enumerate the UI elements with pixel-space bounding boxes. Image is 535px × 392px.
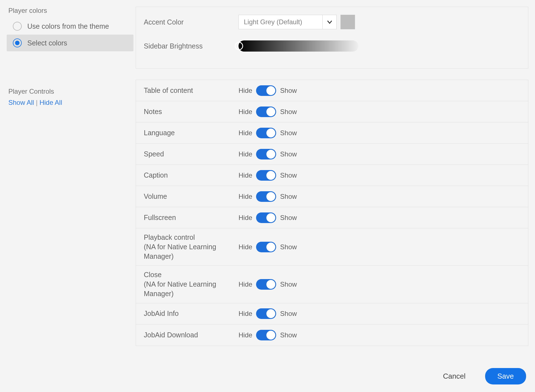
control-label: Speed xyxy=(144,149,239,159)
radio-icon xyxy=(13,22,22,31)
toggle-hide-label: Hide xyxy=(239,87,252,95)
toggle-show-label: Show xyxy=(280,214,297,222)
show-all-link[interactable]: Show All xyxy=(8,99,34,106)
accent-color-dropdown[interactable]: Light Grey (Default) xyxy=(239,15,337,29)
sidebar-brightness-row: Sidebar Brightness xyxy=(144,40,520,52)
toggle-speed[interactable] xyxy=(256,149,276,159)
toggle-hide-label: Hide xyxy=(239,171,252,179)
toggle-knob xyxy=(266,171,275,180)
toggle-notes[interactable] xyxy=(256,107,276,117)
toggle-jobaid-download[interactable] xyxy=(256,330,276,340)
control-row-notes: Notes Hide Show xyxy=(136,101,528,122)
control-label: Table of content xyxy=(144,86,239,95)
control-row-volume: Volume Hide Show xyxy=(136,186,528,207)
hide-all-link[interactable]: Hide All xyxy=(40,99,62,106)
brightness-slider[interactable] xyxy=(239,40,358,52)
toggle-show-label: Show xyxy=(280,150,297,158)
control-label: JobAid Download xyxy=(144,330,239,340)
accent-color-row: Accent Color Light Grey (Default) xyxy=(144,15,520,29)
control-label: Notes xyxy=(144,107,239,117)
chevron-down-icon xyxy=(322,15,336,29)
links-separator: | xyxy=(34,99,40,106)
control-row-jobaid-info: JobAid Info Hide Show xyxy=(136,303,528,325)
control-label: Playback control (NA for Native Learning… xyxy=(144,233,239,261)
colors-panel: Accent Color Light Grey (Default) Sideba… xyxy=(136,7,528,69)
toggle-knob xyxy=(266,213,275,222)
controls-panel: Table of content Hide Show Notes Hide Sh… xyxy=(136,80,528,346)
toggle-hide-label: Hide xyxy=(239,129,252,137)
control-label: Fullscreen xyxy=(144,213,239,222)
radio-select-colors-label: Select colors xyxy=(27,39,67,47)
left-column: Player colors Use colors from the theme … xyxy=(7,7,133,362)
toggle-language[interactable] xyxy=(256,128,276,138)
control-row-playback: Playback control (NA for Native Learning… xyxy=(136,228,528,266)
toggle-hide-label: Hide xyxy=(239,331,252,339)
radio-use-theme-colors[interactable]: Use colors from the theme xyxy=(7,18,133,35)
toggle-knob xyxy=(266,86,275,95)
player-controls-title: Player Controls xyxy=(7,88,133,95)
toggle-toc[interactable] xyxy=(256,85,276,96)
toggle-knob xyxy=(266,280,275,289)
toggle-knob xyxy=(266,331,275,340)
control-row-speed: Speed Hide Show xyxy=(136,144,528,165)
toggle-hide-label: Hide xyxy=(239,108,252,116)
toggle-hide-label: Hide xyxy=(239,243,252,251)
control-row-caption: Caption Hide Show xyxy=(136,165,528,186)
control-row-jobaid-download: JobAid Download Hide Show xyxy=(136,325,528,346)
toggle-knob xyxy=(266,192,275,201)
radio-select-colors[interactable]: Select colors xyxy=(7,35,133,51)
player-colors-title: Player colors xyxy=(7,7,133,14)
toggle-show-label: Show xyxy=(280,310,297,318)
toggle-show-label: Show xyxy=(280,280,297,288)
toggle-hide-label: Hide xyxy=(239,310,252,318)
toggle-knob xyxy=(266,107,275,116)
control-row-fullscreen: Fullscreen Hide Show xyxy=(136,207,528,228)
sidebar-brightness-label: Sidebar Brightness xyxy=(144,42,239,50)
toggle-volume[interactable] xyxy=(256,191,276,202)
toggle-playback[interactable] xyxy=(256,242,276,252)
save-button[interactable]: Save xyxy=(485,368,526,384)
accent-color-swatch[interactable] xyxy=(341,15,355,29)
toggle-jobaid-info[interactable] xyxy=(256,308,276,319)
control-label: Language xyxy=(144,128,239,138)
accent-color-value: Light Grey (Default) xyxy=(239,15,322,29)
toggle-hide-label: Hide xyxy=(239,280,252,288)
toggle-show-label: Show xyxy=(280,243,297,251)
control-label: Caption xyxy=(144,171,239,180)
footer-actions: Cancel Save xyxy=(0,362,535,390)
toggle-hide-label: Hide xyxy=(239,193,252,200)
toggle-hide-label: Hide xyxy=(239,214,252,222)
toggle-show-label: Show xyxy=(280,87,297,95)
accent-color-label: Accent Color xyxy=(144,18,239,26)
toggle-show-label: Show xyxy=(280,193,297,200)
toggle-knob xyxy=(266,150,275,159)
controls-links: Show All | Hide All xyxy=(7,99,133,107)
toggle-show-label: Show xyxy=(280,108,297,116)
radio-icon xyxy=(13,38,22,47)
toggle-knob xyxy=(266,129,275,137)
toggle-close[interactable] xyxy=(256,279,276,290)
control-label: Volume xyxy=(144,192,239,201)
control-row-toc: Table of content Hide Show xyxy=(136,80,528,101)
control-label: Close (NA for Native Learning Manager) xyxy=(144,270,239,298)
toggle-show-label: Show xyxy=(280,331,297,339)
cancel-button[interactable]: Cancel xyxy=(443,372,466,381)
toggle-fullscreen[interactable] xyxy=(256,212,276,223)
toggle-show-label: Show xyxy=(280,171,297,179)
toggle-knob xyxy=(266,309,275,318)
brightness-slider-thumb[interactable] xyxy=(235,42,243,50)
settings-container: Player colors Use colors from the theme … xyxy=(0,0,535,362)
control-label: JobAid Info xyxy=(144,309,239,318)
toggle-hide-label: Hide xyxy=(239,150,252,158)
toggle-caption[interactable] xyxy=(256,170,276,181)
right-column: Accent Color Light Grey (Default) Sideba… xyxy=(136,7,528,362)
radio-use-theme-label: Use colors from the theme xyxy=(27,22,109,30)
toggle-knob xyxy=(266,243,275,251)
control-row-language: Language Hide Show xyxy=(136,122,528,144)
toggle-show-label: Show xyxy=(280,129,297,137)
control-row-close: Close (NA for Native Learning Manager) H… xyxy=(136,266,528,303)
